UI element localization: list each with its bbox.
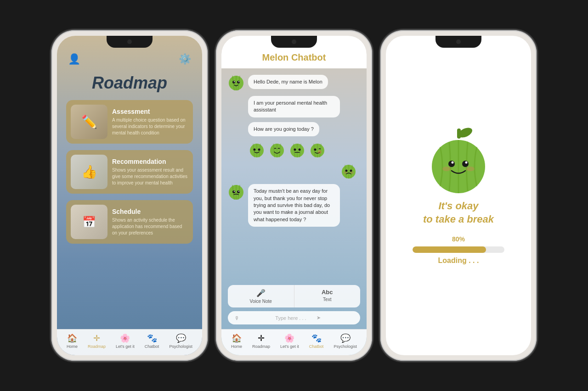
svg-point-50: [448, 161, 455, 167]
melon-avatar-1: [228, 75, 244, 91]
recommendation-title: Recommendation: [112, 158, 188, 165]
emoji-laugh[interactable]: [268, 142, 286, 159]
svg-point-45: [234, 191, 235, 192]
nav-roadmap-2[interactable]: ✛ Roadmap: [252, 333, 270, 349]
home-label-2: Home: [231, 344, 242, 349]
svg-point-6: [234, 81, 235, 82]
svg-point-46: [238, 191, 239, 192]
emoji-happy[interactable]: [248, 142, 266, 159]
recommendation-desc: Shows your assessment result and give so…: [112, 167, 188, 186]
schedule-desc: Shows an activity schedule the applicati…: [112, 217, 188, 236]
notch-dot-1: [127, 39, 132, 44]
psychologist-icon-1: 💬: [176, 333, 186, 343]
nav-psychologist-2[interactable]: 💬 Psychologist: [334, 333, 357, 349]
chat-message-long: Today mustn't be an easy day for you, bu…: [228, 184, 360, 227]
settings-icon[interactable]: ⚙️: [179, 53, 191, 65]
notch-dot-2: [292, 39, 296, 44]
screen-chatbot: Melon Chatbot: [221, 36, 367, 355]
svg-point-38: [350, 172, 354, 174]
svg-point-29: [314, 149, 317, 151]
melon-avatar-2: [228, 184, 244, 201]
chatbot-bottom-nav: 🏠 Home ✛ Roadmap 🌸 Let's get it 🐾 Chatbo…: [221, 329, 367, 355]
chatbot-icon-2: 🐾: [311, 333, 322, 343]
progress-section: 80% Loading . . .: [408, 235, 509, 265]
psychologist-label-1: Psychologist: [169, 344, 192, 349]
input-options: 🎤 Voice Note Abc Text: [228, 285, 360, 307]
nav-roadmap-1[interactable]: ✛ Roadmap: [88, 333, 106, 349]
input-mic-icon[interactable]: 🎙: [234, 315, 271, 321]
svg-point-53: [465, 162, 468, 164]
phone-1: 👤 ⚙️ Roadmap Assessment A multiple choic…: [51, 30, 208, 361]
progress-bar-fill: [413, 246, 486, 253]
nav-letsgetit-2[interactable]: 🌸 Let's get it: [280, 333, 299, 349]
home-icon-1: 🏠: [67, 333, 77, 343]
chat-message-1: Hello Dede, my name is Melon: [228, 75, 360, 91]
schedule-text: Schedule Shows an activity schedule the …: [112, 208, 188, 236]
assessment-title: Assessment: [112, 108, 188, 115]
roadmap-icon-2: ✛: [258, 333, 265, 343]
nav-letsgetit-1[interactable]: 🌸 Let's get it: [116, 333, 135, 349]
svg-point-4: [232, 81, 235, 84]
roadmap-bottom-nav: 🏠 Home ✛ Roadmap 🌸 Let's get it 🐾 Chatbo…: [57, 329, 202, 355]
letsgetit-icon-2: 🌸: [284, 333, 294, 343]
bubble-1: Hello Dede, my name is Melon: [248, 75, 328, 89]
home-icon-2: 🏠: [232, 333, 242, 343]
roadmap-screen: 👤 ⚙️ Roadmap Assessment A multiple choic…: [57, 36, 202, 355]
psychologist-icon-2: 💬: [340, 333, 351, 343]
svg-point-54: [442, 167, 451, 171]
melon-character: [426, 126, 491, 190]
assessment-card[interactable]: Assessment A multiple choice question ba…: [66, 100, 193, 144]
text-placeholder[interactable]: Type here . . .: [275, 315, 312, 321]
loading-screen: It's okay to take a break 80% Loading . …: [386, 36, 531, 355]
app-container: 👤 ⚙️ Roadmap Assessment A multiple choic…: [42, 21, 546, 370]
nav-home-2[interactable]: 🏠 Home: [231, 333, 242, 349]
screen-roadmap: 👤 ⚙️ Roadmap Assessment A multiple choic…: [57, 36, 202, 355]
chatbot-label-1: Chatbot: [145, 344, 159, 349]
text-option-label: Text: [323, 297, 331, 302]
voice-note-label: Voice Note: [250, 299, 272, 304]
notch-1: [107, 36, 153, 48]
emoji-wink[interactable]: [309, 142, 326, 159]
nav-chatbot-2[interactable]: 🐾 Chatbot: [309, 333, 324, 349]
svg-point-23: [299, 149, 301, 151]
svg-point-52: [452, 162, 454, 164]
home-label-1: Home: [67, 344, 78, 349]
roadmap-icon-1: ✛: [93, 333, 100, 343]
chatbot-screen: Melon Chatbot: [221, 36, 367, 355]
progress-bar-background: [413, 246, 504, 253]
recommendation-card[interactable]: Recommendation Shows your assessment res…: [66, 150, 193, 194]
nav-chatbot-1[interactable]: 🐾 Chatbot: [145, 333, 159, 349]
loading-text: Loading . . .: [438, 257, 479, 265]
svg-point-51: [462, 161, 469, 167]
phone-3: It's okay to take a break 80% Loading . …: [380, 30, 537, 361]
screen-loading: It's okay to take a break 80% Loading . …: [386, 36, 531, 355]
svg-point-22: [294, 149, 296, 151]
letsgetit-icon-1: 🌸: [120, 333, 130, 343]
tagline: It's okay to take a break: [423, 200, 494, 226]
emoji-neutral[interactable]: [288, 142, 306, 159]
nav-home-1[interactable]: 🏠 Home: [67, 333, 78, 349]
schedule-card[interactable]: Schedule Shows an activity schedule the …: [66, 200, 193, 244]
voice-note-option[interactable]: 🎤 Voice Note: [228, 285, 294, 307]
assessment-text: Assessment A multiple choice question ba…: [112, 108, 188, 136]
send-icon[interactable]: ➤: [317, 315, 354, 321]
psychologist-label-2: Psychologist: [334, 344, 357, 349]
notch-2: [271, 36, 317, 48]
recommendation-image: [71, 155, 107, 189]
nav-psychologist-1[interactable]: 💬 Psychologist: [169, 333, 192, 349]
chat-message-3: How are you going today ?: [228, 122, 360, 136]
text-icon: Abc: [322, 289, 333, 296]
text-option[interactable]: Abc Text: [294, 285, 361, 307]
chat-area: Hello Dede, my name is Melon I am your p…: [221, 68, 367, 281]
bubble-2: I am your personal mental health assisst…: [248, 96, 340, 117]
bubble-long: Today mustn't be an easy day for you, bu…: [248, 184, 340, 227]
svg-point-43: [232, 190, 235, 193]
page-title: Roadmap: [57, 70, 202, 100]
letsgetit-label-2: Let's get it: [280, 344, 299, 349]
text-input-bar: 🎙 Type here . . . ➤: [228, 311, 360, 324]
letsgetit-label-1: Let's get it: [116, 344, 135, 349]
roadmap-label-1: Roadmap: [88, 344, 106, 349]
chatbot-title: Melon Chatbot: [231, 52, 357, 63]
svg-point-37: [344, 172, 347, 174]
profile-icon[interactable]: 👤: [68, 53, 80, 65]
